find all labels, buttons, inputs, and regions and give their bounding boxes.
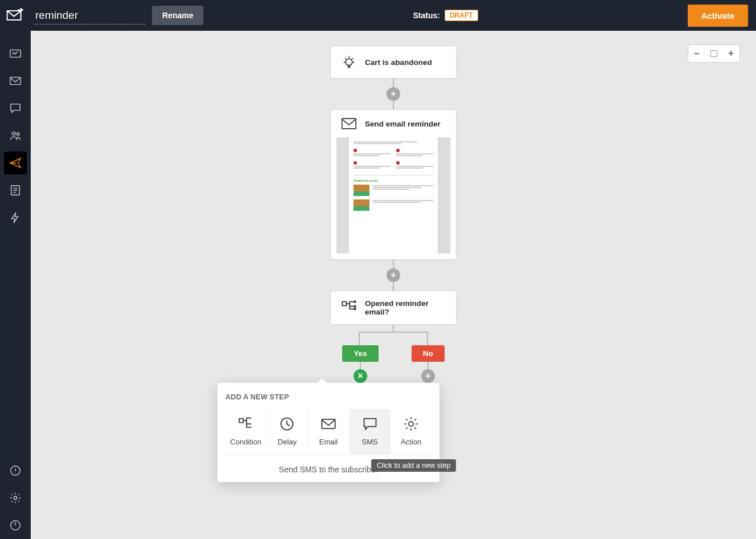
- sidebar-item-automations[interactable]: [4, 152, 27, 174]
- tooltip: Click to add a new step: [371, 459, 456, 472]
- zoom-fit-button[interactable]: [705, 45, 722, 62]
- zoom-out-button[interactable]: −: [688, 45, 705, 62]
- svg-point-11: [354, 301, 356, 303]
- close-add-step-button[interactable]: ×: [354, 369, 367, 383]
- step-option-label: Condition: [230, 438, 261, 446]
- status-label: Status:: [413, 11, 439, 20]
- connector-line: [428, 362, 429, 370]
- step-option-delay[interactable]: Delay: [267, 409, 309, 455]
- step-option-label: Delay: [278, 438, 297, 446]
- svg-point-6: [14, 496, 17, 500]
- step-option-label: Email: [319, 438, 338, 446]
- sidebar-item-dashboard[interactable]: [4, 42, 27, 65]
- condition-card[interactable]: Opened reminder email?: [330, 291, 457, 325]
- clock-icon: [279, 416, 295, 432]
- step-option-email[interactable]: Email: [308, 409, 350, 455]
- left-sidebar: [0, 31, 31, 539]
- svg-point-8: [346, 59, 352, 66]
- svg-rect-10: [342, 302, 346, 306]
- step-option-label: Action: [401, 438, 421, 446]
- step-option-label: SMS: [361, 438, 377, 446]
- step-option-sms[interactable]: SMS: [350, 409, 391, 455]
- condition-branches: Yes × No +: [342, 345, 444, 382]
- chat-icon: [362, 416, 378, 432]
- mail-icon: [341, 118, 357, 129]
- zoom-in-button[interactable]: +: [722, 45, 739, 62]
- sidebar-item-campaigns[interactable]: [4, 70, 27, 92]
- lightbulb-icon: [341, 54, 357, 70]
- add-step-button[interactable]: +: [421, 369, 435, 383]
- sidebar-item-forms[interactable]: [4, 179, 27, 202]
- sidebar-item-help[interactable]: [4, 459, 27, 482]
- sidebar-item-logout[interactable]: [4, 514, 27, 537]
- yes-branch: Yes ×: [342, 345, 378, 382]
- zoom-controls: − +: [688, 44, 740, 63]
- svg-rect-1: [10, 77, 20, 85]
- connector-line: [393, 79, 394, 88]
- status-badge: DRAFT: [445, 10, 478, 21]
- status-indicator: Status: DRAFT: [413, 10, 478, 21]
- condition-icon: [341, 300, 357, 316]
- sidebar-item-contacts[interactable]: [4, 124, 27, 147]
- gear-icon: [403, 416, 419, 432]
- email-step-card[interactable]: Send email reminder Featured posts: [330, 109, 457, 260]
- svg-point-13: [354, 308, 356, 310]
- activate-button[interactable]: Activate: [688, 5, 748, 27]
- popover-title: ADD A NEW STEP: [225, 393, 432, 401]
- yes-pill[interactable]: Yes: [342, 345, 378, 362]
- connector-line: [360, 362, 361, 370]
- step-option-condition[interactable]: Condition: [225, 409, 267, 455]
- svg-point-3: [17, 133, 19, 136]
- app-logo: [0, 0, 31, 31]
- email-step-title: Send email reminder: [365, 120, 441, 128]
- svg-rect-16: [322, 419, 335, 428]
- email-preview-thumbnail: Featured posts: [336, 137, 450, 254]
- add-step-popover: ADD A NEW STEP Condition Delay Email SMS…: [217, 383, 439, 482]
- condition-title: Opened reminder email?: [365, 299, 446, 316]
- top-header: Rename Status: DRAFT Activate: [0, 0, 756, 31]
- sidebar-item-integrations[interactable]: [4, 206, 27, 229]
- svg-point-12: [354, 305, 356, 307]
- condition-icon: [238, 416, 254, 432]
- step-option-action[interactable]: Action: [391, 409, 432, 455]
- workflow-canvas[interactable]: − + Cart is abandoned + Send email remin…: [31, 31, 756, 539]
- svg-rect-9: [342, 119, 356, 129]
- step-options: Condition Delay Email SMS Action: [225, 409, 432, 455]
- sidebar-item-chat[interactable]: [4, 97, 27, 120]
- rename-button[interactable]: Rename: [152, 6, 203, 25]
- trigger-title: Cart is abandoned: [365, 58, 432, 67]
- connector-line: [393, 281, 394, 291]
- svg-point-2: [13, 132, 16, 136]
- add-step-button[interactable]: +: [387, 268, 400, 282]
- sidebar-item-settings[interactable]: [4, 487, 27, 509]
- add-step-button[interactable]: +: [387, 87, 400, 101]
- svg-rect-14: [239, 419, 243, 423]
- trigger-card[interactable]: Cart is abandoned: [330, 46, 457, 79]
- no-pill[interactable]: No: [412, 345, 445, 362]
- workflow-name-input[interactable]: [34, 7, 145, 24]
- mail-icon: [321, 416, 336, 432]
- workflow-flow: Cart is abandoned + Send email reminder: [330, 46, 457, 382]
- no-branch: No +: [412, 345, 445, 382]
- connector-line: [393, 260, 394, 269]
- connector-line: [393, 100, 394, 109]
- branch-connector: [359, 325, 428, 345]
- svg-point-17: [409, 422, 413, 426]
